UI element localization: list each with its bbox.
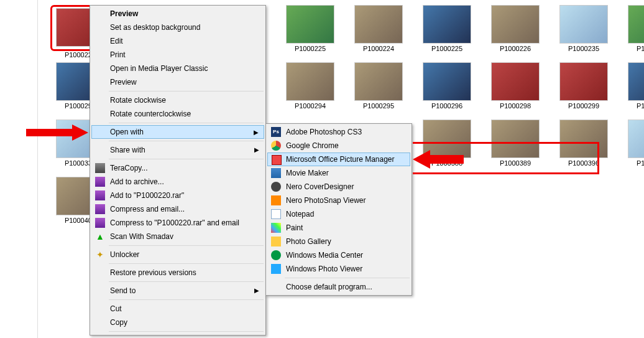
submenu-nero-photosnap[interactable]: Nero PhotoSnap Viewer: [267, 194, 410, 207]
menu-label: Choose default program...: [286, 283, 372, 291]
thumbnail-item[interactable]: P1000224: [349, 5, 408, 52]
menu-label: Send to: [110, 286, 136, 295]
rar-icon: [95, 190, 105, 200]
wmc-icon: [271, 250, 281, 260]
rar-icon: [95, 177, 105, 187]
thumbnail-label: P1000273: [622, 45, 644, 52]
menu-compress-rar-email[interactable]: Compress to "P1000220.rar" and email: [91, 216, 264, 230]
menu-label: Compress and email...: [110, 205, 185, 214]
thumbnail-item[interactable]: P1000295: [349, 62, 408, 110]
menu-label: Compress to "P1000220.rar" and email: [110, 218, 239, 227]
thumbnail-image: [559, 62, 608, 101]
chevron-right-icon: ▶: [254, 287, 259, 294]
thumbnail-label: P1000296: [417, 102, 477, 110]
thumbnail-image: [559, 5, 608, 44]
thumbnail-label: P1000225: [417, 45, 477, 52]
thumbnail-item[interactable]: P1000294: [280, 62, 340, 110]
thumbnail-item[interactable]: P1000421: [622, 120, 644, 167]
thumbnail-item[interactable]: P1000226: [485, 5, 545, 52]
menu-open-with[interactable]: Open with▶: [91, 125, 264, 139]
thumbnail-image: [286, 5, 334, 44]
menu-add-archive[interactable]: Add to archive...: [91, 175, 264, 189]
submenu-wmc[interactable]: Windows Media Center: [267, 248, 410, 262]
thumbnail-image: [354, 62, 403, 101]
menu-rotate-ccw[interactable]: Rotate counterclockwise: [91, 107, 264, 121]
thumbnail-item[interactable]: P1000225: [280, 5, 340, 52]
separator: [109, 263, 264, 264]
separator: [109, 299, 264, 300]
submenu-movie-maker[interactable]: Movie Maker: [267, 166, 410, 180]
thumbnail-label: P1000235: [554, 45, 614, 52]
submenu-paint[interactable]: Paint: [267, 221, 410, 235]
thumbnail-item[interactable]: P1000296: [417, 62, 477, 110]
thumbnail-label: P1000421: [622, 159, 644, 167]
submenu-choose-default[interactable]: Choose default program...: [267, 280, 410, 294]
separator: [109, 159, 264, 159]
thumbnail-item[interactable]: P1000299: [554, 62, 614, 110]
menu-label: Adobe Photoshop CS3: [286, 128, 362, 136]
thumbnail-item[interactable]: P1000273: [622, 5, 644, 52]
menu-label: Share with: [110, 146, 145, 154]
menu-share-with[interactable]: Share with▶: [91, 143, 264, 157]
menu-add-rar[interactable]: Add to "P1000220.rar": [91, 189, 264, 202]
menu-label: TeraCopy...: [110, 164, 147, 172]
menu-rotate-cw[interactable]: Rotate clockwise: [91, 93, 264, 107]
submenu-photoshop[interactable]: PsAdobe Photoshop CS3: [267, 125, 410, 139]
menu-restore-versions[interactable]: Restore previous versions: [91, 266, 264, 279]
menu-label: Open with: [110, 128, 144, 136]
menu-label: Preview: [110, 78, 137, 87]
wpv-icon: [271, 264, 281, 274]
annotation-arrow-right: [413, 142, 599, 174]
menu-compress-email[interactable]: Compress and email...: [91, 202, 264, 216]
menu-cut[interactable]: Cut: [91, 302, 264, 316]
separator: [109, 123, 264, 123]
menu-teracopy[interactable]: TeraCopy...: [91, 161, 264, 175]
thumbnail-image: [423, 5, 471, 44]
thumbnail-item[interactable]: P1000331: [622, 62, 644, 110]
menu-label: Google Chrome: [286, 141, 339, 150]
menu-print[interactable]: Print: [91, 48, 264, 62]
menu-label: Photo Gallery: [286, 237, 331, 246]
submenu-ms-picture-manager[interactable]: Microsoft Office Picture Manager: [267, 153, 410, 166]
thumbnail-image: [628, 5, 644, 44]
thumbnail-label: P1000298: [485, 102, 545, 110]
separator: [109, 331, 264, 332]
thumbnail-item[interactable]: P1000225: [417, 5, 477, 52]
menu-send-to[interactable]: Send to▶: [91, 284, 264, 298]
menu-edit[interactable]: Edit: [91, 34, 264, 48]
submenu-nero-cover[interactable]: Nero CoverDesigner: [267, 180, 410, 194]
menu-label: Nero PhotoSnap Viewer: [286, 196, 366, 205]
menu-open-mpc[interactable]: Open in Media Player Classic: [91, 62, 264, 75]
menu-scan-smadav[interactable]: ▲Scan With Smadav: [91, 230, 264, 243]
menu-copy[interactable]: Copy: [91, 316, 264, 329]
menu-label: Unlocker: [110, 250, 139, 259]
ms-picture-manager-icon: [272, 155, 282, 165]
menu-label: Rotate counterclockwise: [110, 110, 191, 118]
notepad-icon: [271, 209, 281, 219]
submenu-notepad[interactable]: Notepad: [267, 207, 410, 221]
thumbnail-label: P1000224: [349, 45, 408, 52]
menu-preview2[interactable]: Preview: [91, 75, 264, 89]
paint-icon: [271, 223, 281, 233]
thumbnail-item[interactable]: P1000235: [554, 5, 614, 52]
thumbnail-image: [628, 62, 644, 101]
thumbnail-label: P1000331: [622, 102, 644, 110]
menu-set-desktop-bg[interactable]: Set as desktop background: [91, 21, 264, 34]
nero-photosnap-icon: [271, 195, 281, 205]
menu-unlocker[interactable]: ✦Unlocker: [91, 248, 264, 261]
menu-label: Rotate clockwise: [110, 96, 166, 105]
nero-icon: [271, 182, 281, 192]
thumbnail-item[interactable]: P1000298: [485, 62, 545, 110]
submenu-photo-gallery[interactable]: Photo Gallery: [267, 235, 410, 248]
submenu-wpv[interactable]: Windows Photo Viewer: [267, 262, 410, 276]
thumbnail-image: [491, 62, 540, 101]
chevron-right-icon: ▶: [254, 146, 259, 153]
thumbnail-label: P1000295: [349, 102, 408, 110]
teracopy-icon: [95, 163, 105, 173]
menu-label: Paint: [286, 223, 303, 232]
submenu-chrome[interactable]: Google Chrome: [267, 139, 410, 153]
menu-label: Nero CoverDesigner: [286, 182, 354, 191]
menu-label: Print: [110, 50, 126, 59]
menu-preview[interactable]: Preview: [91, 7, 264, 21]
menu-label: Cut: [110, 304, 122, 313]
